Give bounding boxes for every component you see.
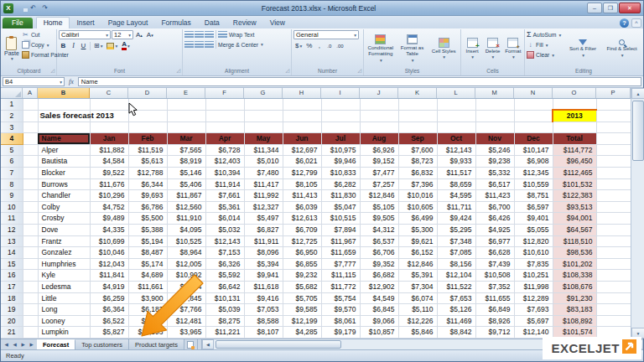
col-header-H[interactable]: H xyxy=(283,88,321,98)
cell-F7[interactable]: $10,394 xyxy=(205,168,244,179)
cell-F14[interactable]: $7,153 xyxy=(205,247,244,259)
cell-J6[interactable]: $9,152 xyxy=(360,156,398,168)
format-cells-button[interactable]: Format▾ xyxy=(504,30,522,67)
align-top-icon[interactable] xyxy=(184,31,194,38)
font-family-select[interactable]: Calibri▾ xyxy=(59,30,111,39)
table-header-Oct[interactable]: Oct xyxy=(437,133,475,145)
cell-N1[interactable] xyxy=(514,99,553,110)
cell-K22[interactable]: $6,128 xyxy=(398,338,437,339)
cell-F13[interactable]: $12,143 xyxy=(205,235,244,247)
fx-icon[interactable]: fx xyxy=(66,78,76,85)
cell-N13[interactable]: $12,820 xyxy=(514,235,553,247)
cell-G17[interactable]: $11,618 xyxy=(244,282,283,293)
cell-B17[interactable]: Ledesma xyxy=(38,282,90,293)
cell-O1[interactable] xyxy=(553,99,596,110)
wrap-text-button[interactable]: Wrap Text xyxy=(218,31,254,38)
cell-F21[interactable]: $11,221 xyxy=(205,327,244,339)
cell-B3[interactable] xyxy=(38,122,90,133)
decrease-decimal-button[interactable]: .00 xyxy=(335,41,345,50)
table-header-Jun[interactable]: Jun xyxy=(283,133,321,145)
align-center-icon[interactable] xyxy=(195,41,204,48)
cell-I19[interactable]: $9,570 xyxy=(321,304,360,316)
cell-L14[interactable]: $7,085 xyxy=(437,247,475,259)
cell-C14[interactable]: $10,046 xyxy=(90,247,128,259)
cell-K8[interactable]: $7,396 xyxy=(398,178,437,190)
cell-A3[interactable] xyxy=(23,122,38,133)
cell-F10[interactable]: $5,361 xyxy=(205,201,244,213)
format-as-table-button[interactable]: Format as Table▾ xyxy=(397,30,428,67)
cell-P19[interactable] xyxy=(596,304,631,316)
row-header-3[interactable]: 3 xyxy=(1,122,23,133)
cell-H17[interactable]: $5,682 xyxy=(283,282,321,293)
cell-D7[interactable]: $12,788 xyxy=(128,168,167,179)
increase-decimal-button[interactable]: .0 xyxy=(325,41,334,50)
cell-G6[interactable]: $5,010 xyxy=(244,156,283,168)
cell-D14[interactable]: $8,487 xyxy=(128,247,167,259)
cell-O14[interactable]: $98,536 xyxy=(553,247,596,259)
cell-I22[interactable]: $10,274 xyxy=(321,338,360,339)
cell-E7[interactable]: $5,146 xyxy=(167,168,205,179)
cell-K2[interactable] xyxy=(398,110,437,122)
cell-D12[interactable]: $5,388 xyxy=(128,225,167,236)
cell-A1[interactable] xyxy=(23,99,38,110)
cell-O17[interactable]: $108,676 xyxy=(553,282,596,293)
cell-L15[interactable]: $8,156 xyxy=(437,258,475,270)
clear-button[interactable]: Clear▾ xyxy=(527,50,563,59)
cell-B18[interactable]: Little xyxy=(38,292,90,304)
cell-G2[interactable] xyxy=(244,110,283,122)
cell-E20[interactable]: $12,481 xyxy=(167,315,205,327)
cell-I11[interactable]: $10,515 xyxy=(321,213,360,225)
cell-N20[interactable]: $5,697 xyxy=(514,315,553,327)
cell-H2[interactable] xyxy=(283,110,321,122)
cell-E5[interactable]: $7,565 xyxy=(167,144,205,156)
cell-J15[interactable]: $9,352 xyxy=(360,258,398,270)
cell-L22[interactable]: $9,759 xyxy=(437,338,475,339)
cell-H15[interactable]: $6,855 xyxy=(283,258,321,270)
col-header-J[interactable]: J xyxy=(360,88,398,98)
cell-P13[interactable] xyxy=(596,235,631,247)
cell-I8[interactable]: $6,282 xyxy=(321,178,360,190)
cell-J2[interactable] xyxy=(360,110,398,122)
cell-M17[interactable]: $7,352 xyxy=(475,282,514,293)
redo-button[interactable]: ↷ xyxy=(39,3,50,13)
cell-G12[interactable]: $6,827 xyxy=(244,225,283,236)
cell-I6[interactable]: $9,946 xyxy=(321,156,360,168)
cell-C12[interactable]: $4,335 xyxy=(90,225,128,236)
row-header-10[interactable]: 10 xyxy=(1,201,23,213)
cell-D8[interactable]: $6,344 xyxy=(128,178,167,190)
row-header-17[interactable]: 17 xyxy=(1,282,23,293)
cell-L8[interactable]: $8,659 xyxy=(437,178,475,190)
cell-K9[interactable]: $10,016 xyxy=(398,190,437,202)
cell-N19[interactable]: $7,693 xyxy=(514,304,553,316)
cell-E17[interactable]: $5,304 xyxy=(167,282,205,293)
next-sheet-button[interactable]: ▶ xyxy=(19,342,27,347)
cell-K12[interactable]: $5,300 xyxy=(398,225,437,236)
vertical-scrollbar[interactable]: ▲ ▼ xyxy=(631,88,644,339)
cell-O12[interactable]: $64,567 xyxy=(553,225,596,236)
sheet-tab-forecast[interactable]: Forecast xyxy=(37,339,75,349)
cell-N9[interactable]: $8,751 xyxy=(514,190,553,202)
row-header-4[interactable]: 4 xyxy=(1,133,23,145)
cell-H18[interactable]: $5,705 xyxy=(283,292,321,304)
cell-K18[interactable]: $6,074 xyxy=(398,292,437,304)
cell-D16[interactable]: $4,689 xyxy=(128,270,167,282)
cell-I12[interactable]: $7,894 xyxy=(321,225,360,236)
cell-F22[interactable]: $10,102 xyxy=(205,338,244,339)
year-cell[interactable]: 2013 xyxy=(553,110,596,122)
cell-B11[interactable]: Crosby xyxy=(38,213,90,225)
cell-C13[interactable]: $10,699 xyxy=(90,235,128,247)
borders-button[interactable]: ⊞▾ xyxy=(92,41,104,50)
cell-K11[interactable]: $6,499 xyxy=(398,213,437,225)
cell-C21[interactable]: $5,827 xyxy=(90,327,128,339)
select-all-corner[interactable] xyxy=(1,88,23,98)
cell-L11[interactable]: $9,424 xyxy=(437,213,475,225)
cell-C22[interactable]: $6,051 xyxy=(90,338,128,339)
cell-H3[interactable] xyxy=(283,122,321,133)
cell-P20[interactable] xyxy=(596,315,631,327)
cell-N6[interactable]: $6,908 xyxy=(514,156,553,168)
font-size-select[interactable]: 12▾ xyxy=(112,30,133,39)
row-header-1[interactable]: 1 xyxy=(1,99,23,110)
cell-I14[interactable]: $11,659 xyxy=(321,247,360,259)
cell-J18[interactable]: $4,549 xyxy=(360,292,398,304)
cell-E16[interactable]: $10,992 xyxy=(167,270,205,282)
